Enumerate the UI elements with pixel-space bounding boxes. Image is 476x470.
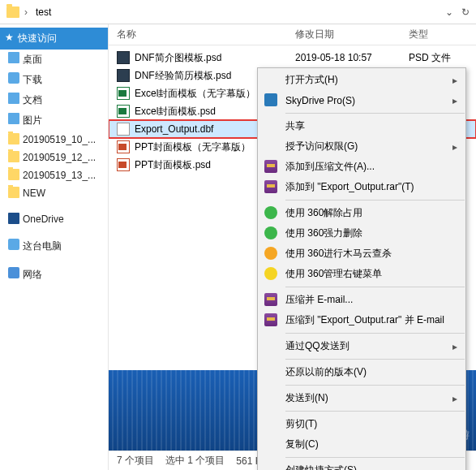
excel-icon: [117, 105, 130, 118]
column-headers[interactable]: 名称 修改日期 类型: [109, 24, 476, 45]
folder-icon: [8, 133, 19, 144]
address-input[interactable]: [32, 5, 440, 19]
network-icon: [8, 267, 19, 278]
menu-add-archive[interactable]: 添加到压缩文件(A)...: [258, 157, 465, 177]
sidebar-item-this-pc[interactable]: 这台电脑: [0, 236, 108, 257]
sidebar-item-pictures[interactable]: 图片: [0, 110, 108, 131]
sidebar-item-folder[interactable]: 20190519_12_...: [0, 149, 108, 166]
menu-360-release[interactable]: 使用 360解除占用: [258, 203, 465, 223]
psd-icon: [117, 51, 130, 64]
menu-grant-access[interactable]: 授予访问权限(G)▸: [258, 136, 465, 157]
folder-icon: [8, 187, 19, 198]
address-bar[interactable]: › ⌄ ↻: [0, 0, 476, 24]
sidebar-item-network[interactable]: 网络: [0, 265, 108, 285]
menu-copy[interactable]: 复制(C): [258, 434, 465, 455]
file-row[interactable]: DNF简介图模板.psd 2019-05-18 10:57 PSD 文件: [109, 49, 476, 67]
menu-separator: [285, 457, 465, 458]
col-date[interactable]: 修改日期: [287, 28, 401, 41]
star-icon: ★: [5, 32, 14, 43]
folder-icon: [8, 151, 19, 162]
chevron-right-icon: ▸: [452, 141, 457, 153]
menu-360-menu[interactable]: 使用 360管理右键菜单: [258, 264, 465, 284]
sidebar-item-folder[interactable]: 20190519_10_...: [0, 131, 108, 149]
context-menu: 打开方式(H)▸ SkyDrive Pro(S)▸ 共享 授予访问权限(G)▸ …: [257, 67, 466, 470]
360-icon: [264, 247, 277, 260]
ppt-icon: [117, 158, 130, 171]
menu-separator: [285, 200, 465, 201]
menu-cut[interactable]: 剪切(T): [258, 414, 465, 434]
quick-access-label: 快速访问: [18, 32, 57, 44]
sidebar-item-downloads[interactable]: 下载: [0, 70, 108, 90]
rar-icon: [264, 160, 277, 173]
sidebar: ★ 快速访问 桌面 下载 文档 图片 20190519_10_... 20190…: [0, 24, 109, 470]
quick-access-header[interactable]: ★ 快速访问: [0, 28, 108, 50]
refresh-icon[interactable]: ↻: [461, 6, 470, 18]
download-icon: [8, 72, 19, 84]
chevron-right-icon: ▸: [452, 95, 457, 106]
dbf-icon: [117, 123, 130, 136]
menu-zip-to-email[interactable]: 压缩到 "Export_Output.rar" 并 E-mail: [258, 310, 465, 330]
sidebar-item-folder[interactable]: NEW: [0, 184, 108, 202]
menu-skydrive[interactable]: SkyDrive Pro(S)▸: [258, 90, 465, 110]
excel-icon: [117, 87, 130, 100]
menu-create-shortcut[interactable]: 创建快捷方式(S): [258, 460, 465, 470]
sidebar-item-folder[interactable]: 20190519_13_...: [0, 166, 108, 184]
chevron-right-icon: ›: [24, 6, 28, 18]
skydrive-icon: [264, 93, 277, 106]
menu-separator: [285, 411, 465, 412]
menu-360-scan[interactable]: 使用 360进行木马云查杀: [258, 244, 465, 264]
360-icon: [264, 206, 277, 219]
sidebar-item-desktop[interactable]: 桌面: [0, 50, 108, 70]
menu-send-qq[interactable]: 通过QQ发送到▸: [258, 336, 465, 356]
360-icon: [264, 226, 277, 239]
menu-separator: [285, 113, 465, 114]
menu-open-with[interactable]: 打开方式(H)▸: [258, 70, 465, 90]
ppt-icon: [117, 140, 130, 153]
menu-360-delete[interactable]: 使用 360强力删除: [258, 223, 465, 244]
rar-icon: [264, 313, 277, 326]
desktop-icon: [8, 52, 19, 63]
menu-separator: [285, 333, 465, 334]
status-count: 7 个项目: [117, 454, 154, 468]
rar-icon: [264, 293, 277, 306]
menu-separator: [285, 287, 465, 287]
dropdown-icon[interactable]: ⌄: [445, 6, 453, 18]
menu-send-to[interactable]: 发送到(N)▸: [258, 388, 465, 408]
rar-icon: [264, 180, 277, 193]
menu-add-rar[interactable]: 添加到 "Export_Output.rar"(T): [258, 177, 465, 197]
chevron-right-icon: ▸: [452, 393, 457, 404]
document-icon: [8, 93, 19, 104]
file-type: PSD 文件: [409, 51, 451, 65]
pc-icon: [8, 239, 19, 250]
sidebar-item-onedrive[interactable]: OneDrive: [0, 210, 108, 228]
col-type[interactable]: 类型: [401, 28, 476, 41]
menu-separator: [285, 359, 465, 360]
menu-zip-email[interactable]: 压缩并 E-mail...: [258, 290, 465, 310]
menu-prev-versions[interactable]: 还原以前的版本(V): [258, 362, 465, 382]
status-selected: 选中 1 个项目: [165, 454, 225, 468]
360-icon: [264, 267, 277, 280]
chevron-right-icon: ▸: [452, 75, 457, 86]
onedrive-icon: [8, 213, 19, 224]
sidebar-item-documents[interactable]: 文档: [0, 90, 108, 110]
picture-icon: [8, 113, 19, 124]
psd-icon: [117, 69, 130, 82]
folder-icon: [6, 6, 19, 18]
folder-icon: [8, 169, 19, 180]
menu-share[interactable]: 共享: [258, 116, 465, 136]
col-name[interactable]: 名称: [109, 28, 287, 41]
menu-separator: [285, 385, 465, 386]
chevron-right-icon: ▸: [452, 341, 457, 352]
file-date: 2019-05-18 10:57: [295, 52, 372, 63]
